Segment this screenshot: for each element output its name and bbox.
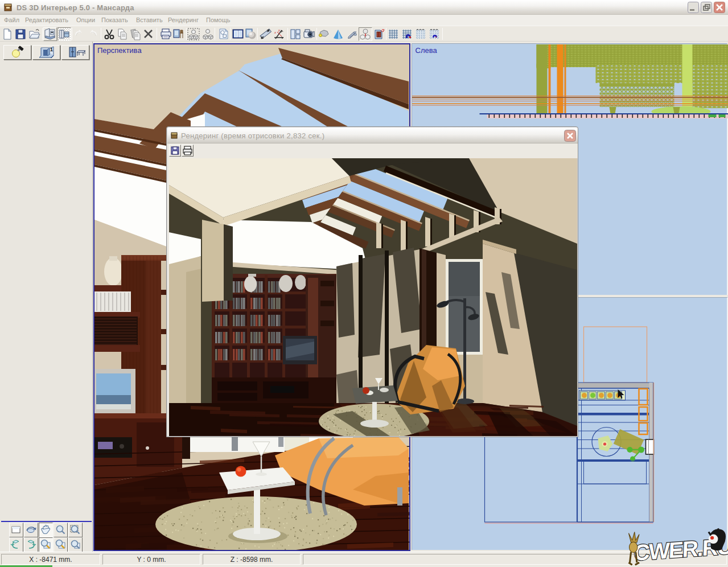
svg-text:x: x xyxy=(274,31,277,34)
svg-text:y: y xyxy=(278,28,281,32)
svg-text:Слева: Слева xyxy=(416,46,438,55)
svg-text:Перспектива: Перспектива xyxy=(97,46,142,55)
svg-text:1: 1 xyxy=(50,47,53,52)
